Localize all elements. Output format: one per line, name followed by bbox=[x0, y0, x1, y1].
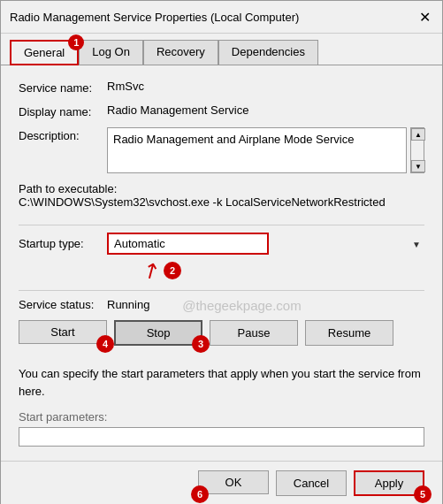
description-container: Radio Management and Airplane Mode Servi… bbox=[107, 127, 424, 173]
pause-button[interactable]: Pause bbox=[210, 320, 298, 346]
startup-type-select[interactable]: Automatic Automatic (Delayed Start) Manu… bbox=[107, 233, 269, 255]
ok-button[interactable]: OK bbox=[198, 470, 269, 494]
title-bar: Radio Management Service Properties (Loc… bbox=[1, 1, 442, 34]
tab-general-label: General bbox=[24, 46, 65, 59]
badge-3: 3 bbox=[192, 335, 210, 353]
stop-button[interactable]: Stop bbox=[114, 320, 202, 346]
startup-type-label: Startup type: bbox=[19, 237, 107, 250]
tab-general[interactable]: General 1 bbox=[10, 40, 79, 65]
tab-recovery[interactable]: Recovery bbox=[143, 40, 218, 65]
watermark: @thegeekpage.com bbox=[182, 298, 301, 313]
divider-2 bbox=[19, 290, 424, 291]
badge-6: 6 bbox=[191, 485, 209, 503]
close-button[interactable]: ✕ bbox=[416, 8, 433, 26]
scroll-down-button[interactable]: ▼ bbox=[411, 160, 425, 172]
start-params-label: Start parameters: bbox=[19, 410, 424, 424]
tab-bar: General 1 Log On Recovery Dependencies bbox=[1, 34, 442, 65]
startup-type-wrapper: Automatic Automatic (Delayed Start) Manu… bbox=[107, 233, 424, 255]
description-row: Description: Radio Management and Airpla… bbox=[19, 127, 424, 173]
start-button[interactable]: Start bbox=[19, 320, 107, 344]
service-name-value: RmSvc bbox=[107, 80, 144, 93]
description-value: Radio Management and Airplane Mode Servi… bbox=[113, 133, 354, 146]
resume-button[interactable]: Resume bbox=[305, 320, 393, 346]
bottom-buttons-bar: OK 6 Cancel Apply 5 bbox=[1, 461, 442, 504]
service-status-value: Running bbox=[107, 298, 149, 311]
display-name-label: Display name: bbox=[19, 103, 107, 118]
tab-logon-label: Log On bbox=[92, 45, 130, 58]
service-name-row: Service name: RmSvc bbox=[19, 80, 424, 95]
arrow-icon-2: ↗ bbox=[137, 256, 164, 286]
display-name-row: Display name: Radio Management Service bbox=[19, 103, 424, 118]
start-params-input[interactable] bbox=[19, 427, 424, 447]
path-section: Path to executable: C:\WINDOWS\System32\… bbox=[19, 182, 424, 209]
service-name-label: Service name: bbox=[19, 80, 107, 95]
dialog-window: Radio Management Service Properties (Loc… bbox=[0, 0, 443, 504]
service-status-label: Service status: bbox=[19, 298, 107, 311]
tab-dependencies[interactable]: Dependencies bbox=[218, 40, 318, 65]
service-status-row: Service status: Running @thegeekpage.com bbox=[19, 298, 424, 311]
badge-2: 2 bbox=[164, 262, 181, 279]
path-label: Path to executable: bbox=[19, 182, 424, 195]
divider-1 bbox=[19, 225, 424, 225]
tab-recovery-label: Recovery bbox=[157, 45, 205, 58]
tab-dependencies-label: Dependencies bbox=[232, 45, 305, 58]
description-label: Description: bbox=[19, 127, 107, 142]
tab-logon[interactable]: Log On bbox=[79, 40, 143, 65]
description-textbox[interactable]: Radio Management and Airplane Mode Servi… bbox=[107, 127, 407, 173]
arrow-badge-2: ↗ 2 bbox=[142, 258, 181, 283]
main-content: Service name: RmSvc Display name: Radio … bbox=[1, 65, 442, 461]
path-value: C:\WINDOWS\System32\svchost.exe -k Local… bbox=[19, 195, 424, 209]
startup-type-row: Startup type: Automatic Automatic (Delay… bbox=[19, 233, 424, 255]
cancel-button[interactable]: Cancel bbox=[276, 470, 347, 496]
badge-4: 4 bbox=[96, 335, 114, 353]
hint-text: You can specify the start parameters tha… bbox=[19, 365, 424, 400]
scroll-up-button[interactable]: ▲ bbox=[411, 128, 425, 141]
display-name-value: Radio Management Service bbox=[107, 103, 248, 117]
description-scrollbar[interactable]: ▲ ▼ bbox=[410, 127, 424, 173]
service-control-buttons: Start 4 Stop 3 Pause Resume bbox=[19, 320, 424, 346]
window-title: Radio Management Service Properties (Loc… bbox=[10, 11, 299, 24]
select-arrow-icon: ▼ bbox=[412, 239, 421, 248]
badge-5: 5 bbox=[414, 485, 432, 503]
